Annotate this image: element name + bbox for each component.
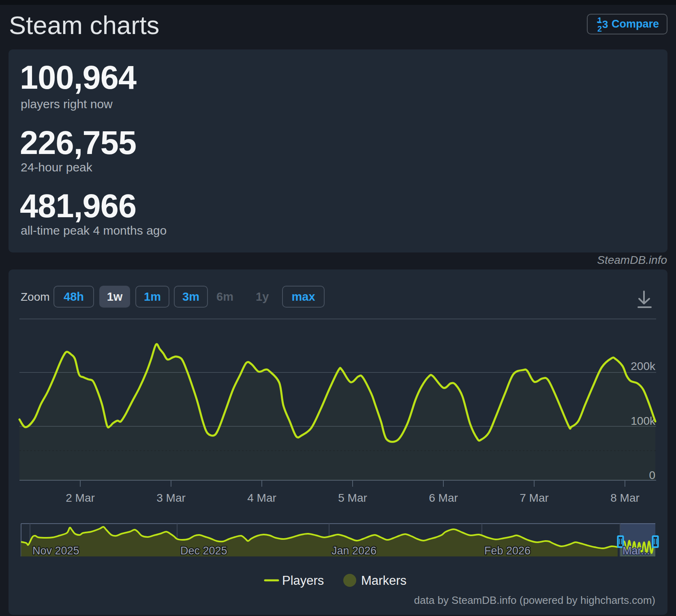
svg-text:Mar...: Mar... — [623, 545, 650, 557]
svg-text:Dec 2025: Dec 2025 — [180, 545, 227, 557]
svg-text:3 Mar: 3 Mar — [156, 492, 186, 504]
svg-text:Feb 2026: Feb 2026 — [484, 545, 531, 557]
svg-text:7 Mar: 7 Mar — [520, 492, 549, 504]
svg-text:2 Mar: 2 Mar — [66, 492, 95, 504]
svg-text:Players: Players — [282, 573, 324, 588]
svg-text:Nov 2025: Nov 2025 — [32, 545, 79, 557]
svg-text:8 Mar: 8 Mar — [610, 492, 640, 504]
svg-text:5 Mar: 5 Mar — [338, 492, 367, 504]
svg-text:data by SteamDB.info (powered: data by SteamDB.info (powered by highcha… — [414, 594, 655, 606]
svg-text:Markers: Markers — [361, 573, 406, 588]
svg-text:200k: 200k — [631, 360, 656, 372]
svg-text:6 Mar: 6 Mar — [429, 492, 458, 504]
svg-text:4 Mar: 4 Mar — [247, 492, 276, 504]
svg-text:Jan 2026: Jan 2026 — [332, 545, 377, 557]
